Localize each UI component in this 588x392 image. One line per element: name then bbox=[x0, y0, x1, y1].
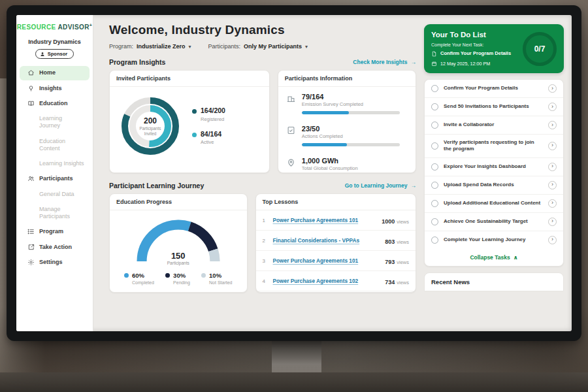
sidebar-item-label: Manage Participants bbox=[39, 206, 84, 221]
todo-task-row[interactable]: Achieve One Sustainability Target › bbox=[425, 213, 563, 231]
gauge-center-value: 150 bbox=[133, 251, 224, 261]
task-checkbox[interactable] bbox=[431, 237, 438, 244]
todo-task-row[interactable]: Verify participants requesting to join t… bbox=[425, 135, 563, 158]
lesson-row[interactable]: 1 Power Purchase Agreements 101 1000view… bbox=[256, 210, 416, 231]
lesson-title-link[interactable]: Financial Considerations - VPPAs bbox=[273, 237, 380, 244]
task-checkbox[interactable] bbox=[431, 103, 438, 110]
lesson-row[interactable]: 4 Power Purchase Agreements 102 734views bbox=[256, 271, 416, 291]
gauge-legend: 60% Completed 30% Pending 10% Not Starte… bbox=[116, 267, 240, 285]
lesson-title-link[interactable]: Power Purchase Agreements 101 bbox=[273, 257, 380, 264]
lesson-row[interactable]: 3 Power Purchase Agreements 101 793views bbox=[256, 251, 416, 271]
lesson-title-link[interactable]: Power Purchase Agreements 101 bbox=[273, 217, 377, 223]
collapse-tasks-link[interactable]: Collapse Tasks ∧ bbox=[425, 249, 563, 266]
sidebar-item-education[interactable]: Education bbox=[20, 97, 90, 110]
sidebar-item-label: Education Content bbox=[39, 138, 84, 153]
chevron-glyph: › bbox=[551, 142, 553, 148]
gauge-center-caption: Participants bbox=[133, 261, 224, 265]
lesson-rank: 3 bbox=[263, 258, 268, 264]
stat-row-emission-survey: 79/164 Emission Survey Completed bbox=[278, 87, 416, 119]
chevron-right-icon[interactable]: › bbox=[548, 103, 557, 111]
chevron-right-icon[interactable]: › bbox=[548, 181, 557, 189]
task-checkbox[interactable] bbox=[431, 182, 438, 189]
legend-label: Pending bbox=[173, 280, 190, 285]
todo-task-row[interactable]: Upload Additional Educational Content › bbox=[425, 195, 563, 213]
chevron-glyph: › bbox=[551, 163, 553, 169]
list-icon bbox=[27, 228, 35, 235]
check-more-insights-link[interactable]: Check More Insights → bbox=[353, 59, 416, 65]
sidebar-item-home[interactable]: Home bbox=[20, 66, 90, 80]
sidebar-item-participants[interactable]: Participants bbox=[20, 172, 90, 186]
participants-select-label: Participants: bbox=[208, 43, 241, 50]
sidebar-item-program[interactable]: Program bbox=[20, 225, 90, 238]
lessons-list: 1 Power Purchase Agreements 101 1000view… bbox=[256, 210, 416, 293]
todo-task-row[interactable]: Explore Your Insights Dashboard › bbox=[425, 158, 563, 176]
lesson-row[interactable]: 5 Power Purchase Agreements 103 600views bbox=[256, 291, 416, 293]
sidebar-item-settings[interactable]: Settings bbox=[20, 255, 90, 269]
task-checkbox[interactable] bbox=[431, 122, 438, 129]
todo-next-task-label: Confirm Your Program Details bbox=[440, 50, 511, 56]
logo-advisor: ADVISOR+ bbox=[57, 24, 92, 31]
sidebar-item-insights[interactable]: Insights bbox=[20, 82, 90, 95]
chevron-glyph: › bbox=[551, 218, 553, 224]
participants-select[interactable]: Participants: Only My Participants ▾ bbox=[208, 43, 308, 50]
sidebar: RESOURCE ADVISOR+ Industry Dynamics Spon… bbox=[16, 15, 93, 331]
arrow-right-icon: → bbox=[411, 182, 417, 189]
task-checkbox[interactable] bbox=[431, 142, 438, 150]
todo-task-row[interactable]: Invite a Collaborator › bbox=[425, 116, 563, 135]
building-icon bbox=[286, 93, 296, 103]
sidebar-item-manage-participants[interactable]: Manage Participants bbox=[20, 203, 90, 224]
document-icon bbox=[431, 51, 437, 57]
sidebar-item-learning-journey[interactable]: Learning Journey bbox=[20, 112, 90, 133]
lesson-views-value: 793 bbox=[385, 259, 395, 265]
chevron-right-icon[interactable]: › bbox=[548, 84, 557, 93]
stat-label: Emission Survey Completed bbox=[302, 101, 408, 107]
lesson-views-value: 1000 bbox=[382, 218, 395, 225]
todo-tasks-card: Confirm Your Program Details › Send 50 I… bbox=[424, 79, 564, 267]
sidebar-item-education-content[interactable]: Education Content bbox=[20, 135, 90, 156]
task-checkbox[interactable] bbox=[431, 163, 438, 171]
task-label: Upload Additional Educational Content bbox=[444, 200, 543, 206]
todo-task-row[interactable]: Send 50 Invitations to Participants › bbox=[425, 98, 563, 116]
desk-edge bbox=[0, 372, 588, 392]
book-icon bbox=[27, 100, 35, 107]
sidebar-item-learning-insights[interactable]: Learning Insights bbox=[20, 157, 90, 171]
recent-news-card[interactable]: Recent News bbox=[424, 272, 564, 291]
lesson-row[interactable]: 2 Financial Considerations - VPPAs 803vi… bbox=[256, 231, 416, 251]
todo-next-task[interactable]: Confirm Your Program Details bbox=[431, 50, 515, 57]
lesson-views-label: views bbox=[397, 239, 409, 245]
chevron-right-icon[interactable]: › bbox=[548, 163, 557, 171]
lesson-title-link[interactable]: Power Purchase Agreements 102 bbox=[273, 278, 380, 284]
go-to-learning-journey-link[interactable]: Go to Learning Journey → bbox=[345, 182, 416, 189]
todo-task-row[interactable]: Upload Spend Data Records › bbox=[425, 176, 563, 195]
todo-progress-value: 0/7 bbox=[534, 44, 546, 54]
chevron-right-icon[interactable]: › bbox=[548, 218, 557, 226]
task-checkbox[interactable] bbox=[431, 218, 438, 225]
lesson-views-label: views bbox=[397, 280, 409, 286]
invited-donut-chart: 200 Participants Invited bbox=[118, 93, 183, 159]
chevron-right-icon[interactable]: › bbox=[548, 199, 557, 208]
section-title: Participant Learning Journey bbox=[109, 182, 204, 189]
education-card-body: 150 Participants 60% Completed 30% Pendi… bbox=[110, 210, 247, 285]
todo-task-row[interactable]: Confirm Your Program Details › bbox=[425, 80, 563, 98]
chevron-right-icon[interactable]: › bbox=[548, 142, 557, 150]
todo-task-row[interactable]: Complete Your Learning Journey › bbox=[425, 231, 563, 249]
sidebar-item-general-data[interactable]: General Data bbox=[20, 188, 90, 201]
lightbulb-icon bbox=[27, 85, 35, 92]
card-title: Participants Information bbox=[278, 71, 416, 87]
chevron-right-icon[interactable]: › bbox=[548, 121, 557, 129]
recent-news-title: Recent News bbox=[431, 278, 470, 286]
people-icon bbox=[27, 175, 35, 182]
task-label: Verify participants requesting to join t… bbox=[444, 139, 543, 153]
sidebar-item-take-action[interactable]: Take Action bbox=[20, 240, 90, 254]
program-select[interactable]: Program: Industrialize Zero ▾ bbox=[109, 43, 191, 50]
task-label: Complete Your Learning Journey bbox=[444, 237, 543, 243]
sidebar-item-label: Learning Journey bbox=[39, 115, 84, 130]
lesson-rank: 2 bbox=[263, 238, 268, 244]
task-label: Confirm Your Program Details bbox=[444, 85, 543, 91]
task-checkbox[interactable] bbox=[431, 200, 438, 207]
chevron-right-icon[interactable]: › bbox=[548, 236, 557, 244]
invited-card-body: 200 Participants Invited 164/200 Registe… bbox=[110, 87, 269, 165]
sponsor-badge[interactable]: Sponsor bbox=[35, 49, 74, 59]
task-checkbox[interactable] bbox=[431, 85, 438, 92]
calendar-icon bbox=[431, 61, 437, 67]
